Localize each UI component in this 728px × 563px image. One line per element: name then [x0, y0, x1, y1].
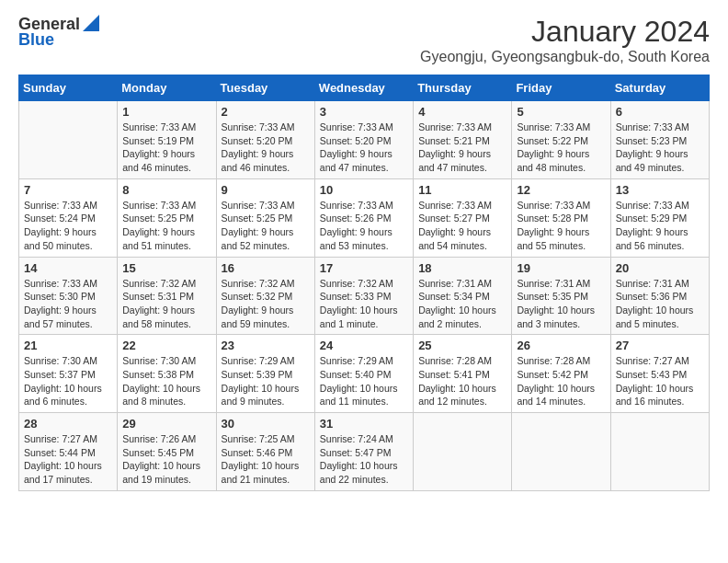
- calendar-week-row: 1Sunrise: 7:33 AM Sunset: 5:19 PM Daylig…: [19, 101, 710, 179]
- cell-info: Sunrise: 7:33 AM Sunset: 5:20 PM Dayligh…: [320, 121, 408, 175]
- cell-info: Sunrise: 7:33 AM Sunset: 5:29 PM Dayligh…: [616, 199, 704, 253]
- cell-info: Sunrise: 7:33 AM Sunset: 5:21 PM Dayligh…: [418, 121, 506, 175]
- calendar-cell: 9Sunrise: 7:33 AM Sunset: 5:25 PM Daylig…: [216, 178, 314, 257]
- cell-info: Sunrise: 7:30 AM Sunset: 5:38 PM Dayligh…: [122, 354, 210, 408]
- weekday-header: Wednesday: [314, 75, 413, 101]
- logo-triangle-icon: [83, 15, 99, 31]
- calendar-week-row: 7Sunrise: 7:33 AM Sunset: 5:24 PM Daylig…: [19, 178, 710, 257]
- weekday-header: Sunday: [19, 75, 118, 101]
- day-number: 2: [222, 105, 310, 119]
- calendar-cell: 3Sunrise: 7:33 AM Sunset: 5:20 PM Daylig…: [314, 101, 413, 179]
- day-number: 5: [517, 105, 605, 119]
- calendar-cell: 20Sunrise: 7:31 AM Sunset: 5:36 PM Dayli…: [610, 257, 709, 335]
- calendar-cell: 28Sunrise: 7:27 AM Sunset: 5:44 PM Dayli…: [19, 413, 118, 491]
- cell-info: Sunrise: 7:33 AM Sunset: 5:22 PM Dayligh…: [517, 121, 605, 175]
- cell-info: Sunrise: 7:28 AM Sunset: 5:41 PM Dayligh…: [418, 354, 506, 408]
- calendar-cell: 4Sunrise: 7:33 AM Sunset: 5:21 PM Daylig…: [414, 101, 512, 179]
- calendar-cell: 17Sunrise: 7:32 AM Sunset: 5:33 PM Dayli…: [314, 257, 413, 335]
- cell-info: Sunrise: 7:30 AM Sunset: 5:37 PM Dayligh…: [24, 354, 112, 408]
- calendar-cell: 15Sunrise: 7:32 AM Sunset: 5:31 PM Dayli…: [118, 257, 216, 335]
- cell-info: Sunrise: 7:33 AM Sunset: 5:25 PM Dayligh…: [122, 199, 210, 253]
- cell-info: Sunrise: 7:26 AM Sunset: 5:45 PM Dayligh…: [122, 432, 210, 487]
- day-number: 6: [616, 105, 704, 119]
- day-number: 16: [222, 261, 310, 275]
- day-number: 31: [320, 417, 408, 431]
- calendar-cell: 19Sunrise: 7:31 AM Sunset: 5:35 PM Dayli…: [512, 257, 610, 335]
- page-header: General Blue January 2024 Gyeongju, Gyeo…: [18, 15, 710, 65]
- day-number: 23: [222, 339, 310, 352]
- svg-marker-0: [83, 15, 99, 31]
- calendar-cell: 29Sunrise: 7:26 AM Sunset: 5:45 PM Dayli…: [118, 413, 216, 491]
- day-number: 12: [517, 183, 605, 197]
- calendar-cell: 22Sunrise: 7:30 AM Sunset: 5:38 PM Dayli…: [118, 335, 216, 413]
- weekday-header: Tuesday: [216, 75, 314, 101]
- day-number: 30: [222, 417, 310, 431]
- weekday-header: Monday: [118, 75, 216, 101]
- calendar-cell: 12Sunrise: 7:33 AM Sunset: 5:28 PM Dayli…: [512, 178, 610, 257]
- day-number: 19: [517, 261, 605, 275]
- calendar-cell: 11Sunrise: 7:33 AM Sunset: 5:27 PM Dayli…: [414, 178, 512, 257]
- day-number: 13: [616, 183, 704, 197]
- cell-info: Sunrise: 7:31 AM Sunset: 5:35 PM Dayligh…: [517, 277, 605, 331]
- weekday-header: Saturday: [610, 75, 709, 101]
- cell-info: Sunrise: 7:31 AM Sunset: 5:34 PM Dayligh…: [418, 277, 506, 331]
- calendar-cell: 13Sunrise: 7:33 AM Sunset: 5:29 PM Dayli…: [610, 178, 709, 257]
- calendar-cell: 27Sunrise: 7:27 AM Sunset: 5:43 PM Dayli…: [610, 335, 709, 413]
- day-number: 27: [616, 339, 704, 352]
- day-number: 15: [122, 261, 210, 275]
- calendar-cell: [610, 413, 709, 491]
- day-number: 8: [122, 183, 210, 197]
- day-number: 22: [122, 339, 210, 352]
- calendar-cell: 5Sunrise: 7:33 AM Sunset: 5:22 PM Daylig…: [512, 101, 610, 179]
- day-number: 4: [418, 105, 506, 119]
- cell-info: Sunrise: 7:27 AM Sunset: 5:43 PM Dayligh…: [616, 354, 704, 408]
- title-area: January 2024 Gyeongju, Gyeongsangbuk-do,…: [420, 15, 710, 65]
- day-number: 28: [24, 417, 112, 431]
- cell-info: Sunrise: 7:33 AM Sunset: 5:24 PM Dayligh…: [24, 199, 112, 253]
- calendar-cell: 31Sunrise: 7:24 AM Sunset: 5:47 PM Dayli…: [314, 413, 413, 491]
- calendar-cell: 6Sunrise: 7:33 AM Sunset: 5:23 PM Daylig…: [610, 101, 709, 179]
- calendar-cell: 26Sunrise: 7:28 AM Sunset: 5:42 PM Dayli…: [512, 335, 610, 413]
- calendar-cell: 18Sunrise: 7:31 AM Sunset: 5:34 PM Dayli…: [414, 257, 512, 335]
- cell-info: Sunrise: 7:33 AM Sunset: 5:28 PM Dayligh…: [517, 199, 605, 253]
- calendar-cell: 1Sunrise: 7:33 AM Sunset: 5:19 PM Daylig…: [118, 101, 216, 179]
- cell-info: Sunrise: 7:33 AM Sunset: 5:23 PM Dayligh…: [616, 121, 704, 175]
- weekday-header-row: SundayMondayTuesdayWednesdayThursdayFrid…: [19, 75, 710, 101]
- calendar-cell: 8Sunrise: 7:33 AM Sunset: 5:25 PM Daylig…: [118, 178, 216, 257]
- calendar-cell: [512, 413, 610, 491]
- cell-info: Sunrise: 7:32 AM Sunset: 5:31 PM Dayligh…: [122, 277, 210, 331]
- calendar-cell: 24Sunrise: 7:29 AM Sunset: 5:40 PM Dayli…: [314, 335, 413, 413]
- location-subtitle: Gyeongju, Gyeongsangbuk-do, South Korea: [420, 49, 710, 65]
- calendar-cell: 25Sunrise: 7:28 AM Sunset: 5:41 PM Dayli…: [414, 335, 512, 413]
- day-number: 10: [320, 183, 408, 197]
- day-number: 3: [320, 105, 408, 119]
- day-number: 25: [418, 339, 506, 352]
- cell-info: Sunrise: 7:24 AM Sunset: 5:47 PM Dayligh…: [320, 432, 408, 487]
- weekday-header: Friday: [512, 75, 610, 101]
- calendar-cell: [414, 413, 512, 491]
- cell-info: Sunrise: 7:33 AM Sunset: 5:26 PM Dayligh…: [320, 199, 408, 253]
- cell-info: Sunrise: 7:25 AM Sunset: 5:46 PM Dayligh…: [222, 432, 310, 487]
- cell-info: Sunrise: 7:33 AM Sunset: 5:25 PM Dayligh…: [222, 199, 310, 253]
- cell-info: Sunrise: 7:31 AM Sunset: 5:36 PM Dayligh…: [616, 277, 704, 331]
- day-number: 24: [320, 339, 408, 352]
- month-title: January 2024: [420, 15, 710, 49]
- calendar-week-row: 28Sunrise: 7:27 AM Sunset: 5:44 PM Dayli…: [19, 413, 710, 491]
- logo: General Blue: [18, 15, 99, 50]
- cell-info: Sunrise: 7:27 AM Sunset: 5:44 PM Dayligh…: [24, 432, 112, 487]
- day-number: 20: [616, 261, 704, 275]
- cell-info: Sunrise: 7:32 AM Sunset: 5:32 PM Dayligh…: [222, 277, 310, 331]
- calendar-week-row: 21Sunrise: 7:30 AM Sunset: 5:37 PM Dayli…: [19, 335, 710, 413]
- calendar-week-row: 14Sunrise: 7:33 AM Sunset: 5:30 PM Dayli…: [19, 257, 710, 335]
- calendar-cell: 16Sunrise: 7:32 AM Sunset: 5:32 PM Dayli…: [216, 257, 314, 335]
- calendar-cell: 10Sunrise: 7:33 AM Sunset: 5:26 PM Dayli…: [314, 178, 413, 257]
- day-number: 17: [320, 261, 408, 275]
- calendar-cell: 7Sunrise: 7:33 AM Sunset: 5:24 PM Daylig…: [19, 178, 118, 257]
- calendar-cell: [19, 101, 118, 179]
- cell-info: Sunrise: 7:33 AM Sunset: 5:27 PM Dayligh…: [418, 199, 506, 253]
- cell-info: Sunrise: 7:33 AM Sunset: 5:19 PM Dayligh…: [122, 121, 210, 175]
- cell-info: Sunrise: 7:32 AM Sunset: 5:33 PM Dayligh…: [320, 277, 408, 331]
- day-number: 9: [222, 183, 310, 197]
- calendar-cell: 30Sunrise: 7:25 AM Sunset: 5:46 PM Dayli…: [216, 413, 314, 491]
- calendar-cell: 2Sunrise: 7:33 AM Sunset: 5:20 PM Daylig…: [216, 101, 314, 179]
